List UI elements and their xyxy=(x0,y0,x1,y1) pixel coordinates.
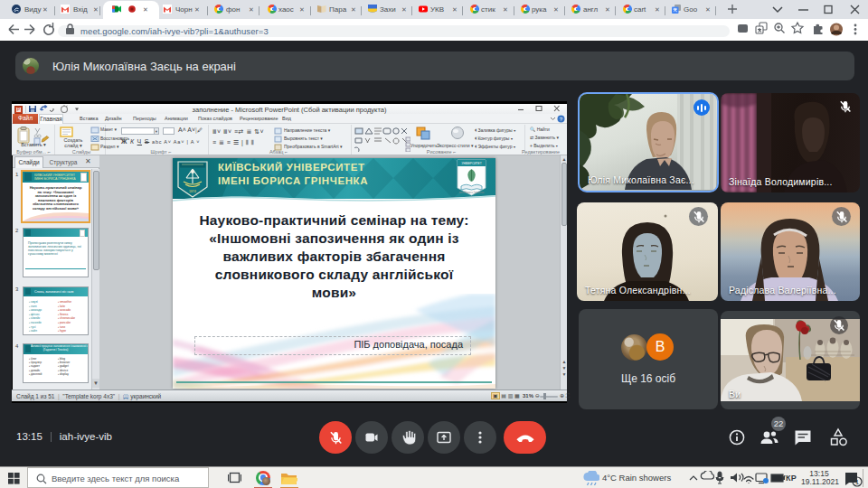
svg-text:імені Бориса Грінченка: імені Бориса Грінченка xyxy=(459,191,485,194)
svg-text:УНІВЕРСИТЕТ: УНІВЕРСИТЕТ xyxy=(461,162,481,165)
svg-text:1: 1 xyxy=(855,478,860,486)
